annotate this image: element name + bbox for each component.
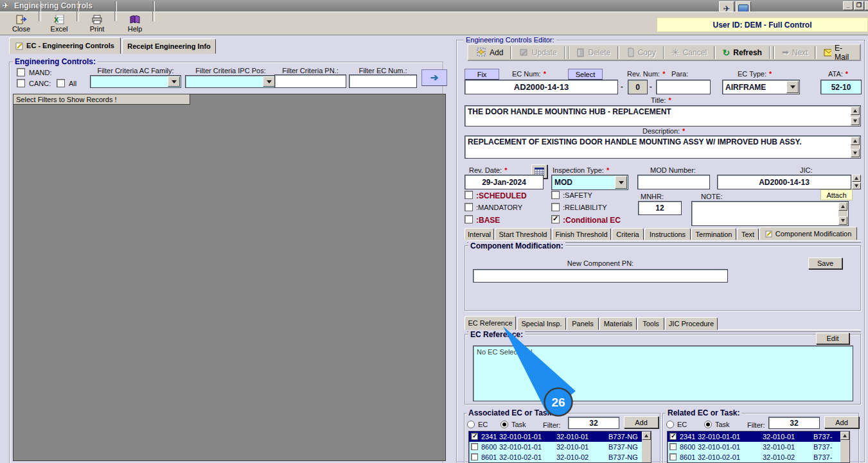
jic-scrollbar[interactable] [852,175,861,189]
apply-filter-button[interactable]: ➔ [421,69,447,86]
mod-number-input[interactable] [637,175,710,189]
pn-filter-input[interactable] [274,74,346,88]
row-checkbox[interactable] [669,433,677,440]
fix-button[interactable]: Fix [465,69,499,80]
chevron-down-icon[interactable] [786,81,799,93]
select-button[interactable]: Select [568,69,603,80]
tab-special-insp[interactable]: Special Insp. [517,317,566,330]
associated-add-button[interactable]: Add [624,416,659,428]
associated-list[interactable]: 2341 32-010-01-01 32-010-01 B737-NG 8600… [468,431,651,463]
title-scrollbar[interactable] [851,107,860,125]
tab-panels[interactable]: Panels [567,317,599,330]
edit-button[interactable]: Edit [816,333,849,344]
related-task-radio[interactable] [704,421,712,428]
conditional-ec-checkbox[interactable] [551,215,560,223]
tab-ec-engineering-controls[interactable]: EC - Engineering Controls [9,37,121,54]
table-row[interactable]: 8601 32-010-02-01 32-010-02 B737-NG [469,452,651,462]
row-checkbox[interactable] [669,453,677,460]
related-list-scrollbar[interactable] [840,432,849,462]
scroll-up-icon[interactable] [852,175,861,182]
new-component-pn-input[interactable] [473,269,728,283]
chevron-down-icon[interactable] [168,76,180,87]
tab-ec-reference[interactable]: EC Reference [465,316,516,330]
row-checkbox[interactable] [471,433,478,440]
tab-interval[interactable]: Interval [465,228,494,240]
associated-task-radio[interactable] [500,421,508,428]
related-add-button[interactable]: Add [824,416,859,428]
para-input[interactable] [656,80,711,94]
title-textarea[interactable]: THE DOOR HANDLE MOUNTING HUB - REPLACEME… [465,105,861,127]
scroll-up-icon[interactable] [840,432,849,440]
tab-text[interactable]: Text [737,228,759,240]
scroll-up-icon[interactable] [851,107,860,115]
table-row[interactable]: 8600 32-010-01-01 32-010-01 B737-NG [469,442,651,452]
tab-termination[interactable]: Termination [691,228,736,240]
row-checkbox[interactable] [471,443,478,450]
base-checkbox[interactable] [465,215,473,223]
row-checkbox[interactable] [471,453,478,460]
related-ec-radio[interactable] [666,421,674,428]
scroll-down-icon[interactable] [851,117,860,125]
table-row[interactable]: 2341 32-010-01-01 32-010-01 B737- [668,432,849,442]
mand-checkbox[interactable] [17,68,25,76]
ec-reference-content[interactable]: No EC Selection ! [473,345,853,401]
note-scrollbar[interactable] [838,202,847,225]
help-button[interactable]: Help [118,13,152,35]
related-list[interactable]: 2341 32-010-01-01 32-010-01 B737- 8600 3… [667,431,850,463]
scroll-down-icon[interactable] [851,149,860,157]
scroll-up-icon[interactable] [838,202,847,211]
table-row[interactable]: 2341 32-010-01-01 32-010-01 B737-NG [469,432,651,442]
tab-jic-procedure[interactable]: JIC Procedure [665,317,718,330]
jic-input[interactable]: AD2000-14-13 [717,175,851,189]
excel-button[interactable]: X Excel [42,13,76,35]
canc-checkbox[interactable] [17,79,25,87]
tab-materials[interactable]: Materials [599,317,637,330]
associated-ec-radio[interactable] [467,421,475,428]
ac-family-combo[interactable] [90,75,181,88]
tab-tools[interactable]: Tools [637,317,664,330]
scheduled-checkbox[interactable] [465,191,473,199]
note-textarea[interactable] [691,201,849,226]
chevron-down-icon[interactable] [263,76,275,87]
mandatory-checkbox[interactable] [465,203,473,211]
chevron-down-icon[interactable] [615,176,627,189]
associated-filter-input[interactable]: 32 [568,417,619,429]
scroll-up-icon[interactable] [642,432,651,440]
scroll-up-icon[interactable] [851,137,860,145]
rev-date-input[interactable]: 29-Jan-2024 [465,175,544,189]
add-button[interactable]: Add [471,46,509,59]
table-row[interactable]: 8600 32-010-01-01 32-010-01 B737- [668,442,849,452]
all-checkbox[interactable] [57,79,65,87]
description-scrollbar[interactable] [851,137,860,157]
safety-checkbox[interactable] [551,191,560,199]
row-checkbox[interactable] [669,443,677,450]
associated-list-scrollbar[interactable] [642,432,651,462]
description-textarea[interactable]: REPLACEMENT OF EXISTING DOOR HANDLE MOUN… [465,135,861,159]
ec-type-combo[interactable]: AIRFRAME [722,80,800,94]
ec-num-filter-input[interactable] [349,74,417,88]
email-button[interactable]: E-Mail [818,46,857,59]
minimize-button[interactable]: _ [843,1,853,10]
inspection-type-combo[interactable]: MOD [551,175,628,190]
close-button[interactable]: Close [4,13,38,35]
scroll-down-icon[interactable] [838,216,847,225]
tab-start-threshold[interactable]: Start Threshold [495,228,551,240]
refresh-button[interactable]: ↻ Refresh [717,46,768,59]
mnhr-input[interactable]: 12 [638,201,682,215]
save-button[interactable]: Save [808,258,842,269]
related-filter-input[interactable]: 32 [768,417,820,429]
ec-num-input[interactable]: AD2000-14-13 [465,80,618,94]
tab-receipt-engineering-info[interactable]: Receipt Engineering Info [122,39,216,54]
ipc-pos-combo[interactable] [185,75,276,88]
table-row[interactable]: 8601 32-010-02-01 32-010-02 B737- [668,452,849,462]
tab-criteria[interactable]: Criteria [612,228,644,240]
scroll-down-icon[interactable] [852,182,861,189]
print-button[interactable]: Print [80,13,114,35]
tab-instructions[interactable]: Instructions [644,228,691,240]
reliability-checkbox[interactable] [551,203,560,211]
attach-button[interactable]: Attach [820,189,853,200]
restore-button[interactable]: ❐ [854,1,864,10]
rev-num-input[interactable]: 0 [628,80,648,94]
tab-component-modification[interactable]: Component Modification [759,227,857,240]
close-window-button[interactable]: ✕ [865,1,868,10]
